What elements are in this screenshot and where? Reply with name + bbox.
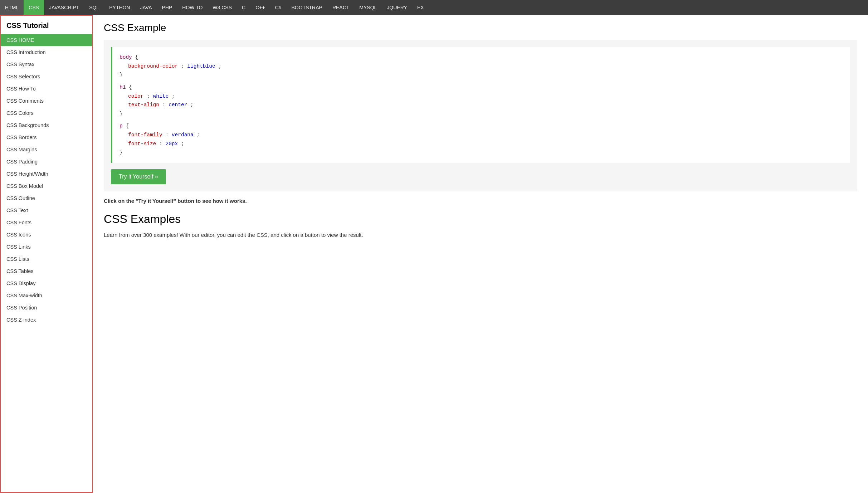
sidebar-items: CSS HOMECSS IntroductionCSS SyntaxCSS Se…: [1, 34, 92, 326]
sidebar-item-css-max-width[interactable]: CSS Max-width: [1, 289, 92, 302]
main-content: CSS Example body { background-color : li…: [93, 15, 868, 493]
sidebar-item-css-z-index[interactable]: CSS Z-index: [1, 314, 92, 326]
sidebar-item-css-introduction[interactable]: CSS Introduction: [1, 46, 92, 58]
nav-item-css[interactable]: CSS: [24, 0, 44, 15]
sidebar-item-css-height-width[interactable]: CSS Height/Width: [1, 168, 92, 180]
nav-item-python[interactable]: PYTHON: [104, 0, 135, 15]
sidebar-item-css-lists[interactable]: CSS Lists: [1, 253, 92, 265]
example-box: body { background-color : lightblue ; } …: [104, 40, 857, 191]
sidebar-item-css-box-model[interactable]: CSS Box Model: [1, 180, 92, 192]
sidebar-item-css-syntax[interactable]: CSS Syntax: [1, 58, 92, 70]
sidebar-item-css-icons[interactable]: CSS Icons: [1, 229, 92, 241]
sidebar-item-css-borders[interactable]: CSS Borders: [1, 131, 92, 143]
nav-item-ex[interactable]: EX: [412, 0, 429, 15]
sidebar-title: CSS Tutorial: [1, 16, 92, 34]
sidebar-item-css-colors[interactable]: CSS Colors: [1, 107, 92, 119]
nav-item-html[interactable]: HTML: [0, 0, 24, 15]
nav-item-mysql[interactable]: MYSQL: [354, 0, 382, 15]
sidebar-item-css-display[interactable]: CSS Display: [1, 277, 92, 289]
nav-item-how-to[interactable]: HOW TO: [177, 0, 208, 15]
try-it-yourself-button[interactable]: Try it Yourself »: [111, 169, 166, 184]
sidebar-item-css-outline[interactable]: CSS Outline: [1, 192, 92, 204]
layout: CSS Tutorial CSS HOMECSS IntroductionCSS…: [0, 15, 868, 493]
sidebar-item-css-links[interactable]: CSS Links: [1, 241, 92, 253]
sidebar-item-css-position[interactable]: CSS Position: [1, 302, 92, 314]
section-description: Learn from over 300 examples! With our e…: [104, 231, 857, 239]
top-nav: HTMLCSSJAVASCRIPTSQLPYTHONJAVAPHPHOW TOW…: [0, 0, 868, 15]
nav-item-c[interactable]: C: [237, 0, 250, 15]
code-block: body { background-color : lightblue ; } …: [111, 47, 850, 163]
nav-item-sql[interactable]: SQL: [84, 0, 104, 15]
sidebar-item-css-margins[interactable]: CSS Margins: [1, 143, 92, 156]
nav-item-php[interactable]: PHP: [157, 0, 177, 15]
nav-item-c-[interactable]: C#: [270, 0, 287, 15]
nav-item-jquery[interactable]: JQUERY: [382, 0, 412, 15]
sidebar-item-css-backgrounds[interactable]: CSS Backgrounds: [1, 119, 92, 131]
sidebar: CSS Tutorial CSS HOMECSS IntroductionCSS…: [0, 15, 93, 493]
nav-item-java[interactable]: JAVA: [135, 0, 157, 15]
page-heading: CSS Example: [104, 22, 857, 34]
css-examples-heading: CSS Examples: [104, 213, 857, 226]
sidebar-item-css-comments[interactable]: CSS Comments: [1, 95, 92, 107]
sidebar-item-css-how-to[interactable]: CSS How To: [1, 83, 92, 95]
nav-item-bootstrap[interactable]: BOOTSTRAP: [287, 0, 327, 15]
sidebar-item-css-fonts[interactable]: CSS Fonts: [1, 216, 92, 229]
nav-item-w3-css[interactable]: W3.CSS: [208, 0, 237, 15]
nav-item-c--[interactable]: C++: [250, 0, 270, 15]
sidebar-item-css-text[interactable]: CSS Text: [1, 204, 92, 216]
sidebar-item-css-padding[interactable]: CSS Padding: [1, 156, 92, 168]
nav-item-react[interactable]: REACT: [327, 0, 354, 15]
nav-item-javascript[interactable]: JAVASCRIPT: [44, 0, 84, 15]
sidebar-item-css-home[interactable]: CSS HOME: [1, 34, 92, 46]
sidebar-item-css-tables[interactable]: CSS Tables: [1, 265, 92, 277]
sidebar-item-css-selectors[interactable]: CSS Selectors: [1, 70, 92, 83]
info-text: Click on the "Try it Yourself" button to…: [104, 198, 857, 204]
